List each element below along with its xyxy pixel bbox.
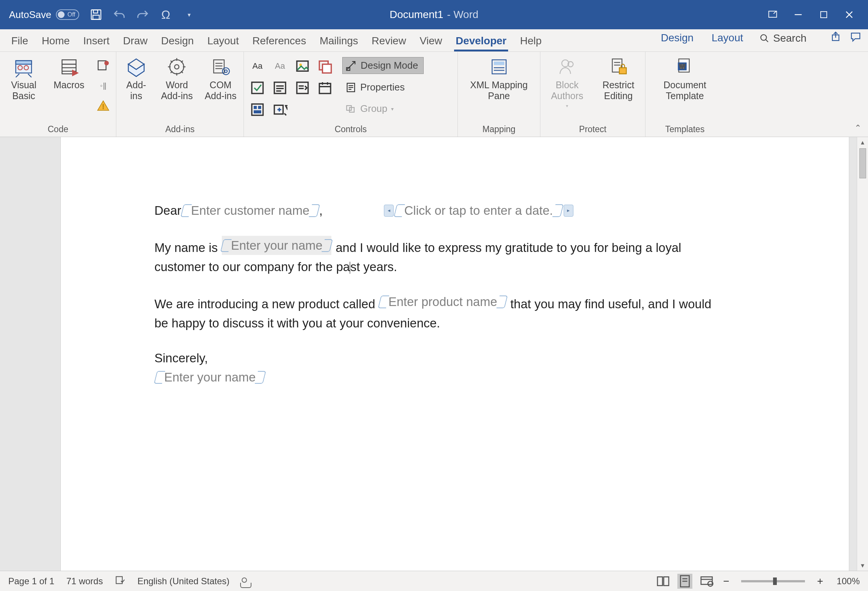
scroll-thumb[interactable] [859, 148, 866, 178]
cc-placeholder: Enter product name [388, 292, 498, 311]
share-icon[interactable] [830, 31, 842, 42]
cc-handle-left-icon[interactable]: ◂ [384, 205, 394, 217]
tab-draw[interactable]: Draw [122, 31, 149, 51]
search-box[interactable]: Search [760, 32, 806, 44]
zoom-slider-knob[interactable] [773, 577, 777, 585]
comments-icon[interactable] [850, 31, 861, 42]
control-invisible-spacer [295, 102, 310, 117]
visual-basic-button[interactable]: Visual Basic [6, 56, 42, 101]
svg-point-8 [761, 35, 767, 40]
combobox-control-icon[interactable] [272, 80, 287, 95]
pause-recording-icon[interactable]: ◦ǁ [96, 79, 110, 92]
svg-rect-5 [821, 12, 827, 18]
vertical-scrollbar[interactable]: ▴ ▾ [857, 137, 868, 571]
scroll-down-icon[interactable]: ▾ [857, 560, 868, 571]
content-control-product-name[interactable]: Enter product name [379, 292, 506, 311]
content-control-your-name[interactable]: Enter your name [222, 236, 331, 255]
tab-design[interactable]: Design [159, 31, 195, 51]
rich-text-control-icon[interactable]: Aa [250, 59, 265, 74]
tab-layout[interactable]: Layout [206, 31, 240, 51]
page-indicator[interactable]: Page 1 of 1 [8, 576, 54, 586]
dropdown-control-icon[interactable] [295, 80, 310, 95]
document-workspace: Dear Enter customer name , ◂ Click or ta… [0, 137, 868, 571]
qat-customize-icon[interactable]: ▾ [183, 8, 196, 21]
legacy-tools-icon[interactable]: ▾ [272, 102, 287, 117]
building-block-control-icon[interactable] [250, 102, 265, 117]
greeting-line: Dear Enter customer name , ◂ Click or ta… [155, 201, 718, 220]
paragraph-intro: My name is Enter your name and I would l… [155, 236, 718, 276]
properties-button[interactable]: Properties [342, 79, 424, 95]
zoom-in-button[interactable]: + [815, 575, 825, 587]
plain-text-control-icon[interactable]: Aa [272, 59, 287, 74]
content-control-signature[interactable]: Enter your name [155, 368, 265, 387]
tab-help[interactable]: Help [519, 31, 543, 51]
addins-group-label: Add-ins [122, 123, 238, 134]
page-scroll-area[interactable]: Dear Enter customer name , ◂ Click or ta… [0, 137, 857, 571]
record-macro-icon[interactable] [96, 59, 110, 72]
content-control-customer-name[interactable]: Enter customer name [182, 201, 318, 220]
tab-review[interactable]: Review [370, 31, 408, 51]
tab-contextual-design[interactable]: Design [659, 28, 695, 48]
tab-references[interactable]: References [251, 31, 307, 51]
status-bar: Page 1 of 1 71 words English (United Sta… [0, 571, 868, 591]
svg-rect-78 [664, 577, 669, 585]
language-indicator[interactable]: English (United States) [137, 576, 229, 586]
document-page[interactable]: Dear Enter customer name , ◂ Click or ta… [61, 137, 849, 571]
zoom-level[interactable]: 100% [837, 576, 860, 586]
tab-developer[interactable]: Developer [454, 31, 508, 51]
text: We are introducing a new product called [155, 297, 379, 311]
document-template-button[interactable]: W Document Template [653, 56, 717, 101]
close-icon[interactable] [844, 9, 854, 20]
minimize-icon[interactable] [793, 9, 803, 20]
tab-mailings[interactable]: Mailings [318, 31, 360, 51]
checkbox-control-icon[interactable] [250, 80, 265, 95]
collapse-ribbon-icon[interactable]: ⌃ [854, 123, 861, 133]
ribbon-group-addins: Add- ins Word Add-ins COM Add-ins Add-in… [116, 52, 244, 137]
undo-icon[interactable] [113, 8, 126, 21]
text-dear: Dear [155, 201, 182, 220]
tab-view[interactable]: View [418, 31, 444, 51]
web-layout-icon[interactable] [699, 574, 714, 589]
redo-icon[interactable] [136, 8, 149, 21]
macros-button[interactable]: Macros [51, 56, 87, 90]
restrict-editing-button[interactable]: Restrict Editing [598, 56, 639, 101]
design-mode-button[interactable]: Design Mode [342, 57, 424, 74]
mapping-group-label: Mapping [464, 123, 534, 134]
save-icon[interactable] [90, 8, 102, 21]
omega-icon[interactable]: Ω [159, 8, 172, 21]
toggle-switch-off[interactable]: Off [56, 9, 79, 20]
zoom-out-button[interactable]: − [721, 575, 731, 587]
date-picker-control-icon[interactable] [317, 80, 332, 95]
text-sincerely: Sincerely, [155, 351, 208, 365]
tab-home[interactable]: Home [40, 31, 71, 51]
word-count[interactable]: 71 words [66, 576, 103, 586]
print-layout-icon[interactable] [677, 574, 692, 589]
tab-contextual-layout[interactable]: Layout [710, 28, 745, 48]
tab-file[interactable]: File [10, 31, 30, 51]
cc-handle-right-icon[interactable]: ▸ [564, 205, 573, 217]
xml-mapping-pane-button[interactable]: XML Mapping Pane [465, 56, 533, 101]
svg-rect-77 [657, 577, 662, 585]
group-button[interactable]: Group ▾ [342, 101, 424, 117]
read-mode-icon[interactable] [656, 574, 671, 589]
com-addins-button[interactable]: COM Add-ins [204, 56, 238, 101]
scroll-up-icon[interactable]: ▴ [857, 137, 868, 148]
macro-security-icon[interactable]: ! [96, 99, 110, 113]
ribbon-display-options-icon[interactable] [767, 9, 778, 20]
macro-recording-icon[interactable] [242, 574, 247, 585]
svg-rect-1 [93, 10, 98, 13]
picture-control-icon[interactable] [295, 59, 310, 74]
block-authors-button[interactable]: Block Authors ▾ [546, 56, 588, 109]
addins-button[interactable]: Add- ins [122, 56, 150, 101]
tab-insert[interactable]: Insert [82, 31, 111, 51]
spellcheck-icon[interactable] [115, 575, 125, 588]
maximize-icon[interactable] [818, 9, 829, 20]
title-bar: AutoSave Off Ω ▾ Document1 - Word [0, 0, 868, 29]
cc-placeholder: Enter your name [164, 368, 257, 387]
repeating-section-control-icon[interactable] [317, 59, 332, 74]
zoom-slider[interactable] [741, 580, 805, 582]
word-addins-button[interactable]: Word Add-ins [160, 56, 194, 101]
content-control-date[interactable]: ◂ Click or tap to enter a date. ▸ [382, 201, 575, 220]
signoff-line: Sincerely, [155, 348, 718, 368]
autosave-toggle[interactable]: AutoSave Off [9, 9, 79, 21]
